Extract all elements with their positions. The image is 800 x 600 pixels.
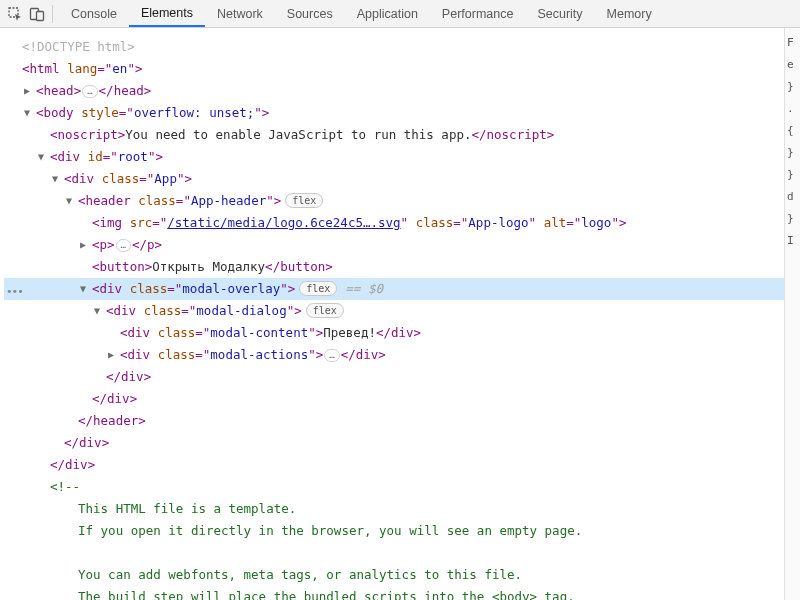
dom-comment-line[interactable] xyxy=(4,542,784,564)
selection-ref: == $0 xyxy=(345,281,383,296)
side-glyph: } xyxy=(787,164,798,186)
dom-modal-content[interactable]: .<div class="modal-content">Превед!</div… xyxy=(4,322,784,344)
tab-console[interactable]: Console xyxy=(59,0,129,27)
tab-sources[interactable]: Sources xyxy=(275,0,345,27)
collapse-arrow-icon[interactable]: ▼ xyxy=(52,168,62,190)
side-glyph: . xyxy=(787,98,798,120)
dom-close-div[interactable]: </div> xyxy=(4,388,784,410)
side-glyph: } xyxy=(787,76,798,98)
dom-head[interactable]: ▶<head>…</head> xyxy=(4,80,784,102)
side-glyph: d xyxy=(787,186,798,208)
styles-sidebar-sliver[interactable]: Fe}.{}}d}I xyxy=(784,28,800,600)
flex-badge[interactable]: flex xyxy=(299,281,337,296)
elements-tree[interactable]: <!DOCTYPE html> <html lang="en"> ▶<head>… xyxy=(0,28,784,600)
dom-close-div[interactable]: </div> xyxy=(4,432,784,454)
dom-modal-overlay[interactable]: ••• ▼<div class="modal-overlay">flex== $… xyxy=(4,278,784,300)
svg-rect-2 xyxy=(37,11,44,20)
dom-modal-actions[interactable]: ▶<div class="modal-actions">…</div> xyxy=(4,344,784,366)
dom-p[interactable]: ▶<p>…</p> xyxy=(4,234,784,256)
expand-arrow-icon[interactable]: ▶ xyxy=(24,80,34,102)
dom-header[interactable]: ▼<header class="App-header">flex xyxy=(4,190,784,212)
dom-close-header[interactable]: </header> xyxy=(4,410,784,432)
inspect-element-icon[interactable] xyxy=(4,3,26,25)
side-glyph: { xyxy=(787,120,798,142)
tab-application[interactable]: Application xyxy=(345,0,430,27)
dom-comment-line[interactable]: This HTML file is a template. xyxy=(4,498,784,520)
collapse-arrow-icon[interactable]: ▼ xyxy=(38,146,48,168)
devtools-toolbar: ConsoleElementsNetworkSourcesApplication… xyxy=(0,0,800,28)
dom-comment-line[interactable]: If you open it directly in the browser, … xyxy=(4,520,784,542)
dom-img[interactable]: .<img src="/static/media/logo.6ce24c5….s… xyxy=(4,212,784,234)
side-glyph: I xyxy=(787,230,798,252)
dom-button[interactable]: .<button>Открыть Модалку</button> xyxy=(4,256,784,278)
tab-security[interactable]: Security xyxy=(525,0,594,27)
tab-elements[interactable]: Elements xyxy=(129,0,205,27)
collapse-arrow-icon[interactable]: ▼ xyxy=(66,190,76,212)
side-glyph: } xyxy=(787,208,798,230)
flex-badge[interactable]: flex xyxy=(306,303,344,318)
dom-div-root[interactable]: ▼<div id="root"> xyxy=(4,146,784,168)
side-glyph: F xyxy=(787,32,798,54)
ellipsis-icon[interactable]: … xyxy=(324,349,339,362)
expand-arrow-icon[interactable]: ▶ xyxy=(108,344,118,366)
device-toolbar-icon[interactable] xyxy=(26,3,48,25)
dom-div-app[interactable]: ▼<div class="App"> xyxy=(4,168,784,190)
dom-close-div[interactable]: </div> xyxy=(4,454,784,476)
dom-noscript[interactable]: <noscript>You need to enable JavaScript … xyxy=(4,124,784,146)
collapse-arrow-icon[interactable]: ▼ xyxy=(24,102,34,124)
tab-performance[interactable]: Performance xyxy=(430,0,526,27)
dom-body-open[interactable]: ▼<body style="overflow: unset;"> xyxy=(4,102,784,124)
dom-comment-line[interactable]: The build step will place the bundled sc… xyxy=(4,586,784,600)
expand-arrow-icon[interactable]: ▶ xyxy=(80,234,90,256)
dom-html-open[interactable]: <html lang="en"> xyxy=(4,58,784,80)
toolbar-separator xyxy=(52,5,53,23)
collapse-arrow-icon[interactable]: ▼ xyxy=(94,300,104,322)
dom-modal-dialog[interactable]: ▼<div class="modal-dialog">flex xyxy=(4,300,784,322)
collapse-arrow-icon[interactable]: ▼ xyxy=(80,278,90,300)
dom-doctype[interactable]: <!DOCTYPE html> xyxy=(4,36,784,58)
tab-network[interactable]: Network xyxy=(205,0,275,27)
flex-badge[interactable]: flex xyxy=(285,193,323,208)
side-glyph: } xyxy=(787,142,798,164)
ellipsis-icon[interactable]: … xyxy=(116,239,131,252)
dom-comment-line[interactable]: You can add webfonts, meta tags, or anal… xyxy=(4,564,784,586)
dom-close-div[interactable]: </div> xyxy=(4,366,784,388)
tab-memory[interactable]: Memory xyxy=(595,0,664,27)
dom-comment-open[interactable]: <!-- xyxy=(4,476,784,498)
side-glyph: e xyxy=(787,54,798,76)
devtools-tabs: ConsoleElementsNetworkSourcesApplication… xyxy=(59,0,664,27)
ellipsis-icon[interactable]: … xyxy=(82,85,97,98)
